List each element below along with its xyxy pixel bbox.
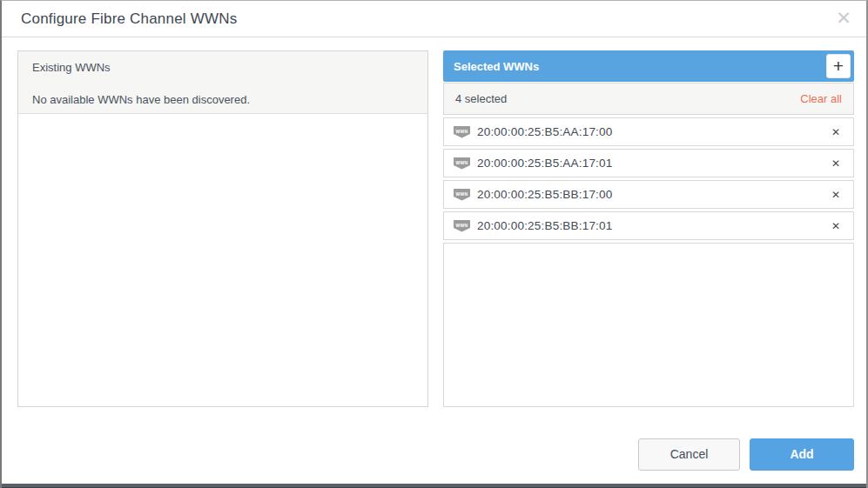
selected-count: 4 selected — [455, 92, 507, 105]
no-wwns-message: No available WWNs have been discovered. — [32, 93, 414, 106]
wwn-value: 20:00:00:25:B5:BB:17:00 — [477, 188, 612, 201]
existing-wwns-panel: Existing WWNs No available WWNs have bee… — [17, 50, 428, 407]
wwn-list-empty-area — [443, 243, 854, 407]
remove-wwn-icon[interactable]: ✕ — [828, 187, 844, 203]
dialog-title-bar: Configure Fibre Channel WWNs ✕ — [2, 1, 866, 37]
remove-wwn-icon[interactable]: ✕ — [828, 156, 844, 171]
wwn-list-item: WWN 20:00:00:25:B5:BB:17:01 ✕ — [443, 211, 854, 240]
add-wwn-plus-button[interactable]: + — [826, 54, 851, 78]
existing-wwns-title: Existing WWNs — [32, 61, 414, 74]
wwn-badge-icon: WWN — [454, 126, 470, 138]
remove-wwn-icon[interactable]: ✕ — [828, 218, 844, 234]
selected-wwns-panel: Selected WWNs + 4 selected Clear all WWN… — [443, 50, 854, 407]
configure-fibre-channel-wwns-dialog: Configure Fibre Channel WWNs ✕ Existing … — [0, 0, 868, 488]
dialog-title: Configure Fibre Channel WWNs — [21, 1, 237, 37]
plus-icon: + — [833, 56, 844, 76]
selected-wwns-title: Selected WWNs — [454, 60, 539, 73]
wwn-value: 20:00:00:25:B5:AA:17:01 — [477, 157, 612, 170]
add-button[interactable]: Add — [750, 438, 854, 471]
wwn-value: 20:00:00:25:B5:AA:17:00 — [477, 125, 612, 138]
dialog-bottom-bar — [2, 484, 866, 488]
selected-wwns-header: Selected WWNs + — [443, 50, 854, 82]
wwn-badge-icon: WWN — [454, 157, 470, 170]
wwn-value: 20:00:00:25:B5:BB:17:01 — [477, 219, 612, 232]
selection-summary-row: 4 selected Clear all — [443, 83, 854, 115]
wwn-badge-icon: WWN — [454, 189, 470, 201]
clear-all-link[interactable]: Clear all — [800, 92, 842, 105]
close-icon[interactable]: ✕ — [831, 6, 856, 30]
wwn-list-item: WWN 20:00:00:25:B5:AA:17:00 ✕ — [443, 117, 854, 146]
wwn-badge-icon: WWN — [454, 220, 470, 232]
existing-wwns-header: Existing WWNs No available WWNs have bee… — [18, 51, 427, 114]
wwn-list-item: WWN 20:00:00:25:B5:BB:17:00 ✕ — [443, 180, 854, 209]
cancel-button[interactable]: Cancel — [638, 438, 740, 471]
wwn-list-item: WWN 20:00:00:25:B5:AA:17:01 ✕ — [443, 149, 854, 177]
remove-wwn-icon[interactable]: ✕ — [828, 124, 844, 140]
